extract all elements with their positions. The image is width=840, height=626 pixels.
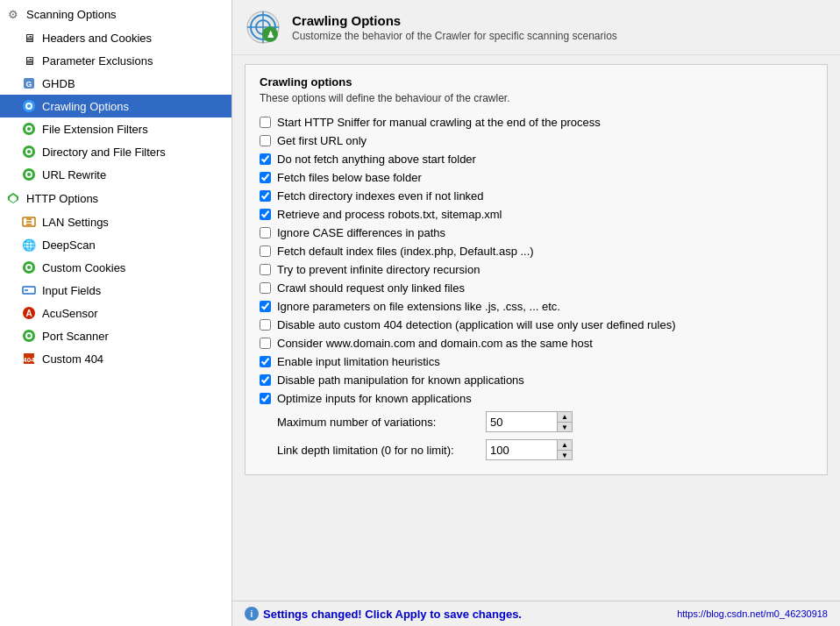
footer-link: https://blog.csdn.net/m0_46230918 — [677, 608, 828, 619]
acusensor-icon: A — [21, 305, 37, 321]
spinner-buttons-max-variations: ▲▼ — [557, 412, 572, 431]
sidebar-item-directory-file-filters[interactable]: Directory and File Filters — [0, 140, 231, 163]
checkbox-opt12[interactable] — [260, 319, 271, 331]
spinner-label-link-depth: Link depth limitation (0 for no limit): — [277, 444, 479, 457]
spinner-up-link-depth[interactable]: ▲ — [558, 440, 572, 450]
spinner-down-link-depth[interactable]: ▼ — [558, 450, 572, 459]
sidebar-item-acusensor[interactable]: A AcuSensor — [0, 302, 231, 324]
sidebar-item-scanning-options[interactable]: ⚙ Scanning Options — [0, 2, 231, 26]
sidebar-item-custom-cookies[interactable]: Custom Cookies — [0, 256, 231, 279]
sidebar-item-label: Custom Cookies — [42, 261, 125, 274]
option-row-opt13: Consider www.domain.com and domain.com a… — [260, 334, 813, 352]
label-opt11: Ignore parameters on file extensions lik… — [277, 300, 560, 313]
label-opt14: Enable input limitation heuristics — [277, 355, 440, 368]
header-text: Crawling Options Customize the behavior … — [292, 13, 617, 42]
checkbox-opt4[interactable] — [260, 172, 271, 183]
option-row-opt7: Ignore CASE differences in paths — [260, 224, 813, 242]
sidebar-item-label: LAN Settings — [42, 216, 109, 229]
sidebar-item-url-rewrite[interactable]: URL Rewrite — [0, 163, 231, 186]
panel-subtitle: These options will define the behaviour … — [260, 92, 813, 104]
spinner-up-max-variations[interactable]: ▲ — [558, 412, 572, 422]
page-title: Crawling Options — [292, 13, 617, 28]
spinner-wrap-link-depth: ▲▼ — [486, 439, 573, 460]
sidebar-item-label: Crawling Options — [42, 100, 129, 113]
spinner-input-link-depth[interactable] — [487, 440, 557, 459]
sidebar-item-label: Port Scanner — [42, 330, 109, 343]
option-row-opt4: Fetch files below base folder — [260, 168, 813, 187]
port-scanner-icon — [21, 328, 37, 344]
option-row-opt9: Try to prevent infinite directory recurs… — [260, 260, 813, 279]
label-opt8: Fetch default index files (index.php, De… — [277, 245, 534, 258]
checkbox-opt6[interactable] — [260, 209, 271, 220]
spinner-row-max-variations: Maximum number of variations:▲▼ — [260, 408, 813, 436]
checkbox-opt9[interactable] — [260, 264, 271, 275]
file-extension-filters-icon — [21, 121, 37, 137]
checkbox-opt13[interactable] — [260, 338, 271, 349]
label-opt5: Fetch directory indexes even if not link… — [277, 189, 484, 203]
sidebar-item-label: Parameter Exclusions — [42, 54, 153, 68]
sidebar-item-lan-settings[interactable]: LAN Settings — [0, 210, 231, 233]
label-opt10: Crawl should request only linked files — [277, 281, 465, 295]
option-row-opt3: Do not fetch anything above start folder — [260, 150, 813, 168]
checkbox-opt1[interactable] — [260, 117, 271, 128]
sidebar-item-file-extension-filters[interactable]: File Extension Filters — [0, 117, 231, 140]
custom-404-icon: 404 — [21, 351, 37, 366]
label-opt12: Disable auto custom 404 detection (appli… — [277, 318, 676, 331]
sidebar-item-label: DeepScan — [42, 238, 96, 252]
checkbox-opt5[interactable] — [260, 190, 271, 202]
option-row-opt10: Crawl should request only linked files — [260, 279, 813, 297]
info-icon: i — [245, 607, 259, 621]
svg-point-20 — [27, 266, 31, 269]
option-row-opt2: Get first URL only — [260, 132, 813, 150]
label-opt7: Ignore CASE differences in paths — [277, 226, 445, 239]
sidebar-item-input-fields[interactable]: Input Fields — [0, 279, 231, 302]
spinner-wrap-max-variations: ▲▼ — [486, 411, 573, 432]
svg-point-4 — [27, 104, 31, 108]
checkbox-opt3[interactable] — [260, 153, 271, 165]
checkbox-opt2[interactable] — [260, 135, 271, 146]
sidebar-section-label: Scanning Options — [26, 8, 117, 21]
sidebar-item-label: GHDB — [42, 77, 75, 90]
options-container: Start HTTP Sniffer for manual crawling a… — [260, 113, 813, 408]
sidebar: ⚙ Scanning Options 🖥 Headers and Cookies… — [0, 0, 232, 626]
sidebar-item-label: URL Rewrite — [42, 168, 106, 181]
sidebar-item-headers-cookies[interactable]: 🖥 Headers and Cookies — [0, 26, 231, 49]
spinner-down-max-variations[interactable]: ▼ — [558, 422, 572, 431]
input-fields-icon — [21, 282, 37, 298]
label-opt2: Get first URL only — [277, 134, 367, 147]
options-panel: Crawling options These options will defi… — [245, 64, 828, 475]
svg-point-7 — [27, 127, 31, 131]
headers-cookies-icon: 🖥 — [21, 30, 37, 46]
label-opt6: Retrieve and process robots.txt, sitemap… — [277, 208, 502, 221]
page-subtitle: Customize the behavior of the Crawler fo… — [292, 30, 617, 42]
sidebar-item-parameter-exclusions[interactable]: 🖥 Parameter Exclusions — [0, 49, 231, 72]
sidebar-item-ghdb[interactable]: G GHDB — [0, 72, 231, 95]
sidebar-item-deepscan[interactable]: 🌐 DeepScan — [0, 233, 231, 256]
spinner-input-max-variations[interactable] — [487, 412, 557, 431]
checkbox-opt15[interactable] — [260, 374, 271, 386]
option-row-opt5: Fetch directory indexes even if not link… — [260, 187, 813, 205]
option-row-opt15: Disable path manipulation for known appl… — [260, 371, 813, 389]
deepscan-icon: 🌐 — [21, 237, 37, 253]
option-row-opt11: Ignore parameters on file extensions lik… — [260, 297, 813, 316]
svg-point-13 — [27, 173, 31, 176]
checkbox-opt10[interactable] — [260, 282, 271, 294]
checkbox-opt16[interactable] — [260, 393, 271, 404]
spinner-row-link-depth: Link depth limitation (0 for no limit):▲… — [260, 436, 813, 464]
page-header: ♟ Crawling Options Customize the behavio… — [232, 0, 840, 55]
sidebar-item-http-options[interactable]: HTTP Options — [0, 186, 231, 210]
footer: i Settings changed! Click Apply to save … — [232, 601, 840, 626]
checkbox-opt7[interactable] — [260, 227, 271, 238]
sidebar-item-crawling-options[interactable]: Crawling Options — [0, 95, 231, 117]
directory-file-filters-icon — [21, 144, 37, 160]
sidebar-item-custom-404[interactable]: 404 Custom 404 — [0, 347, 231, 370]
checkbox-opt11[interactable] — [260, 301, 271, 312]
sidebar-item-label: File Extension Filters — [42, 123, 148, 136]
http-options-icon — [5, 190, 21, 206]
panel-title: Crawling options — [260, 75, 813, 89]
sidebar-item-port-scanner[interactable]: Port Scanner — [0, 324, 231, 347]
footer-message-text: Settings changed! Click Apply to save ch… — [263, 608, 522, 621]
checkbox-opt14[interactable] — [260, 356, 271, 367]
checkbox-opt8[interactable] — [260, 245, 271, 257]
label-opt3: Do not fetch anything above start folder — [277, 153, 476, 166]
